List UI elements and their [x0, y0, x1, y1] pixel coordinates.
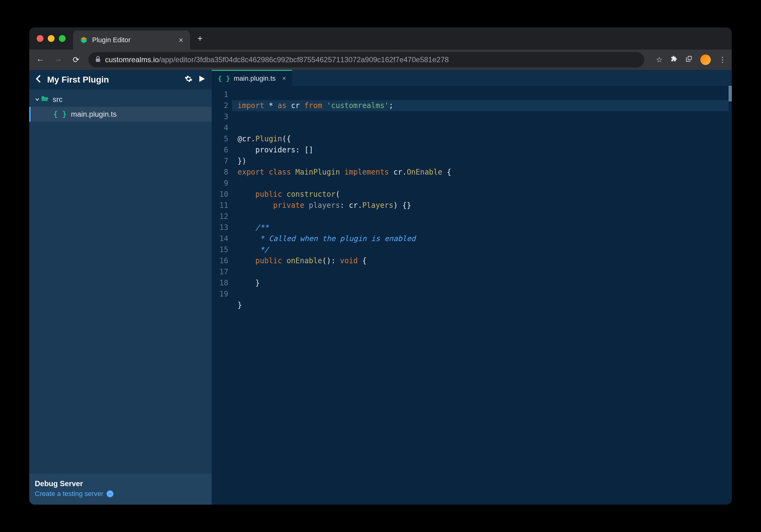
window-maximize-button[interactable] — [59, 35, 66, 42]
tab-close-button[interactable]: × — [179, 35, 183, 45]
url-domain: customrealms.io — [105, 55, 159, 64]
debug-link-label: Create a testing server — [35, 490, 103, 498]
tab-favicon — [80, 36, 88, 44]
app-root: My First Plugin src — [29, 70, 732, 505]
url-path: /app/editor/3fdba35f04dc8c462986c992bcf8… — [159, 55, 449, 64]
code-editor: { } main.plugin.ts × 1234567891011121314… — [212, 70, 732, 505]
address-bar[interactable]: customrealms.io/app/editor/3fdba35f04dc8… — [88, 52, 644, 68]
file-label: main.plugin.ts — [71, 110, 116, 119]
reload-button[interactable]: ⟳ — [71, 55, 82, 65]
id-cr: cr — [291, 101, 300, 110]
menu-icon[interactable]: ⋮ — [719, 55, 726, 64]
kw-import: import — [238, 101, 264, 110]
comment-open: /** — [256, 223, 269, 232]
svg-marker-4 — [199, 76, 205, 82]
kw-export: export — [238, 168, 264, 177]
debug-server-title: Debug Server — [35, 479, 206, 488]
file-tree: src { } main.plugin.ts — [29, 89, 212, 124]
kw-class: class — [269, 168, 291, 177]
braces-icon: { } — [218, 75, 230, 82]
file-main-plugin[interactable]: { } main.plugin.ts — [29, 107, 212, 122]
sidebar-header: My First Plugin — [29, 70, 212, 89]
lock-icon — [95, 56, 101, 64]
star-icon[interactable]: ☆ — [656, 55, 663, 64]
folder-src[interactable]: src — [29, 92, 212, 107]
project-title: My First Plugin — [47, 75, 178, 85]
svg-rect-3 — [688, 56, 691, 60]
forward-button[interactable]: → — [53, 55, 64, 65]
providers: providers: [] — [256, 146, 313, 154]
kw-void: void — [340, 256, 358, 265]
code-content[interactable]: import * as cr from 'customrealms'; @cr.… — [232, 86, 732, 505]
editor-tab-close[interactable]: × — [282, 75, 286, 82]
window-close-button[interactable] — [37, 35, 43, 42]
tab-title: Plugin Editor — [92, 36, 131, 44]
window-controls — [37, 35, 66, 42]
decorator-prefix: @cr. — [238, 134, 256, 143]
browser-toolbar: ← → ⟳ customrealms.io/app/editor/3fdba35… — [29, 50, 732, 70]
fn-constructor: constructor — [286, 190, 335, 198]
new-tab-button[interactable]: + — [198, 33, 203, 43]
kw-private: private — [273, 201, 304, 210]
sidebar-back-button[interactable] — [35, 75, 41, 85]
folder-label: src — [53, 95, 63, 104]
arrow-right-circle-icon: → — [107, 491, 113, 497]
minimap-viewport[interactable] — [729, 86, 732, 101]
type-players: Players — [362, 201, 393, 210]
toolbar-right: ☆ ⋮ — [656, 55, 726, 65]
editor-tabbar: { } main.plugin.ts × — [212, 70, 732, 86]
window-minimize-button[interactable] — [48, 35, 55, 42]
kw-implements: implements — [344, 168, 389, 177]
kw-as: as — [278, 101, 286, 110]
svg-rect-2 — [96, 59, 100, 62]
ns-cr2: cr. — [349, 201, 362, 210]
comment-close: */ — [256, 245, 269, 254]
profile-avatar[interactable] — [700, 55, 711, 65]
kw-public2: public — [256, 256, 282, 265]
code-area[interactable]: 12345678910111213141516171819 import * a… — [212, 86, 732, 505]
comment-body: * Called when the plugin is enabled — [256, 234, 416, 243]
create-testing-server-link[interactable]: Create a testing server → — [35, 490, 113, 498]
editor-tab-main-plugin[interactable]: { } main.plugin.ts × — [212, 70, 292, 86]
run-button[interactable] — [199, 75, 205, 85]
browser-window: Plugin Editor × + ← → ⟳ customrealms.io/… — [29, 27, 732, 505]
editor-tab-label: main.plugin.ts — [234, 75, 276, 82]
type-onenable: OnEnable — [407, 168, 442, 177]
media-icon[interactable] — [685, 55, 692, 64]
param-players: players — [309, 201, 340, 210]
browser-tabstrip: Plugin Editor × + — [29, 27, 732, 50]
fn-onenable: onEnable — [286, 256, 322, 265]
settings-button[interactable] — [185, 75, 193, 85]
sidebar: My First Plugin src — [29, 70, 212, 505]
extensions-icon[interactable] — [671, 55, 677, 64]
chevron-down-icon — [33, 95, 41, 104]
braces-icon: { } — [53, 110, 67, 119]
kw-public: public — [256, 190, 282, 198]
browser-tab[interactable]: Plugin Editor × — [73, 30, 190, 50]
folder-open-icon — [41, 95, 49, 103]
ns-cr: cr. — [393, 168, 407, 177]
kw-from: from — [304, 101, 322, 110]
line-gutter: 12345678910111213141516171819 — [212, 86, 232, 505]
back-button[interactable]: ← — [35, 55, 46, 65]
str-module: 'customrealms' — [326, 101, 389, 110]
class-name: MainPlugin — [295, 168, 340, 177]
debug-server-panel: Debug Server Create a testing server → — [29, 474, 212, 505]
decorator-name: Plugin — [256, 134, 282, 143]
